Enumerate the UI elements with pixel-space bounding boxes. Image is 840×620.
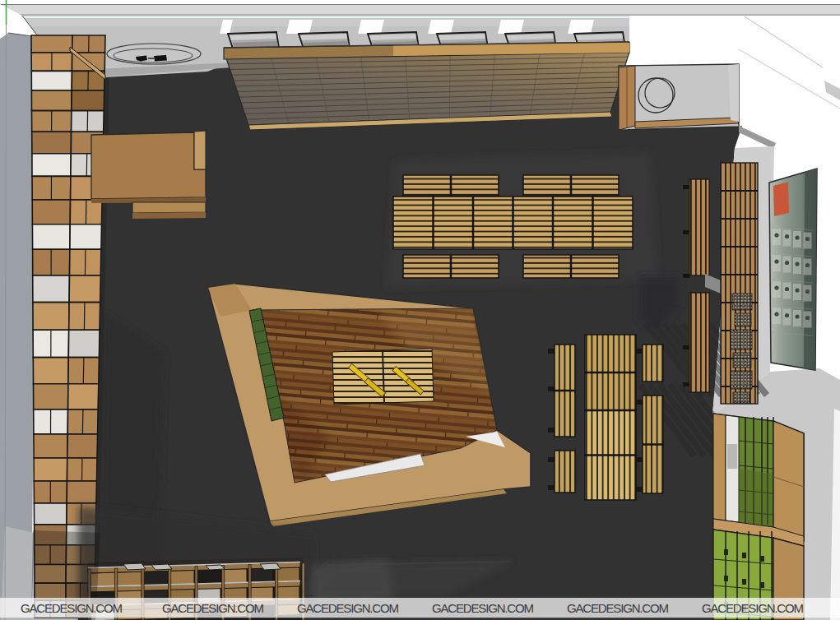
svg-text:GACEDESIGN.COM: GACEDESIGN.COM (21, 601, 123, 615)
svg-text:GACEDESIGN.COM: GACEDESIGN.COM (297, 601, 399, 615)
svg-text:GACEDESIGN.COM: GACEDESIGN.COM (567, 601, 669, 615)
svg-text:GACEDESIGN.COM: GACEDESIGN.COM (702, 601, 804, 615)
svg-text:GACEDESIGN.COM: GACEDESIGN.COM (432, 601, 534, 615)
svg-text:GACEDESIGN.COM: GACEDESIGN.COM (162, 601, 264, 615)
